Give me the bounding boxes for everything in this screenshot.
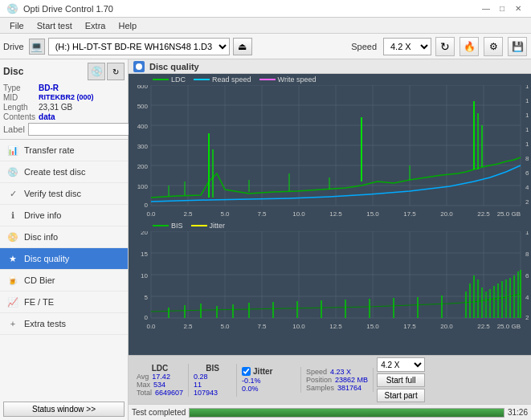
- svg-text:15: 15: [141, 251, 148, 258]
- status-window-btn[interactable]: Status window >>: [3, 402, 125, 417]
- svg-text:600: 600: [137, 85, 149, 90]
- save-button[interactable]: 💾: [508, 37, 527, 56]
- main-area: Disc 💿 ↻ Type BD-R MID RITEKBR2 (000) Le…: [0, 59, 531, 420]
- nav-drive-info[interactable]: ℹ Drive info: [0, 205, 128, 226]
- nav-fe-te[interactable]: 📈 FE / TE: [0, 292, 128, 313]
- nav-disc-quality[interactable]: ★ Disc quality: [0, 248, 128, 270]
- svg-text:10.0: 10.0: [292, 323, 305, 330]
- jitter-avg: -0.1%: [242, 377, 261, 385]
- type-value: BD-R: [39, 84, 125, 92]
- avg-label: Avg: [137, 373, 149, 381]
- speed-row: Speed 4.23 X: [306, 368, 368, 376]
- svg-text:7.5: 7.5: [257, 323, 267, 330]
- contents-label: Contents: [3, 112, 35, 121]
- verify-test-disc-icon: ✓: [6, 187, 19, 200]
- nav-drive-info-label: Drive info: [24, 210, 61, 220]
- maximize-button[interactable]: □: [496, 2, 509, 15]
- samples-row: Samples 381764: [306, 384, 368, 392]
- nav-extra-tests[interactable]: + Extra tests: [0, 313, 128, 335]
- charts-area: LDC Read speed Write speed: [129, 74, 531, 355]
- ldc-legend-color: [153, 79, 169, 80]
- bis-legend: BIS: [153, 222, 183, 230]
- menu-start-test[interactable]: Start test: [31, 19, 79, 32]
- disc-refresh-btn[interactable]: ↻: [107, 63, 125, 80]
- nav-items: 📊 Transfer rate 💿 Create test disc ✓ Ver…: [0, 140, 128, 398]
- svg-text:14X: 14X: [525, 112, 529, 119]
- nav-cd-bier[interactable]: 🍺 CD Bier: [0, 270, 128, 292]
- minimize-button[interactable]: —: [480, 2, 492, 15]
- svg-text:2X: 2X: [525, 198, 529, 206]
- svg-text:2.5: 2.5: [183, 323, 193, 330]
- refresh-button[interactable]: ↻: [435, 37, 455, 56]
- disc-info-icon: 📀: [6, 230, 19, 243]
- svg-text:300: 300: [137, 143, 149, 150]
- jitter-legend: Jitter: [191, 222, 226, 230]
- create-test-disc-icon: 💿: [6, 165, 19, 178]
- svg-text:5.0: 5.0: [220, 210, 230, 218]
- speed-value: 4.23 X: [330, 368, 351, 376]
- svg-text:0.0: 0.0: [146, 210, 156, 218]
- drive-select[interactable]: (H:) HL-DT-ST BD-RE WH16NS48 1.D3: [48, 38, 230, 55]
- dq-title: Disc quality: [149, 62, 199, 71]
- disc-header: Disc 💿 ↻: [3, 63, 125, 80]
- bis-header: BIS: [194, 364, 231, 373]
- settings-button[interactable]: ⚙: [484, 37, 503, 56]
- burn-button[interactable]: 🔥: [460, 37, 479, 56]
- label-input[interactable]: [28, 123, 135, 136]
- start-part-button[interactable]: Start part: [377, 389, 425, 402]
- samples-value: 381764: [337, 384, 361, 392]
- label-row: Label ✎: [3, 123, 125, 136]
- svg-text:5: 5: [145, 294, 149, 301]
- nav-create-test-disc[interactable]: 💿 Create test disc: [0, 161, 128, 183]
- menu-extra[interactable]: Extra: [79, 19, 112, 32]
- svg-text:20.0: 20.0: [440, 323, 453, 330]
- start-full-button[interactable]: Start full: [377, 373, 425, 387]
- write-speed-legend: Write speed: [259, 75, 317, 84]
- close-button[interactable]: ✕: [512, 2, 525, 15]
- speed-dropdown[interactable]: 4.2 X: [377, 357, 425, 372]
- nav-disc-info[interactable]: 📀 Disc info: [0, 226, 128, 248]
- svg-text:25.0 GB: 25.0 GB: [497, 323, 521, 330]
- svg-text:10%: 10%: [525, 231, 529, 236]
- extra-tests-icon: +: [6, 317, 19, 330]
- nav-disc-info-label: Disc info: [24, 232, 58, 242]
- ldc-legend-label: LDC: [171, 75, 186, 84]
- read-speed-legend-label: Read speed: [212, 75, 251, 84]
- svg-text:17.5: 17.5: [403, 323, 416, 330]
- progress-bar-outer: [189, 408, 504, 418]
- drive-selector-group: 💻 (H:) HL-DT-ST BD-RE WH16NS48 1.D3 ⏏: [29, 38, 345, 55]
- eject-button[interactable]: ⏏: [233, 38, 252, 55]
- speed-select[interactable]: 4.2 X: [383, 38, 431, 55]
- bottom-chart-svg: 20 15 10 5 0 10% 8% 6% 4% 2% 0.0 2.5: [129, 231, 529, 332]
- mid-label: MID: [3, 93, 35, 102]
- jitter-max: 0.0%: [242, 385, 259, 393]
- svg-text:18X: 18X: [525, 85, 529, 90]
- nav-transfer-rate[interactable]: 📊 Transfer rate: [0, 140, 128, 161]
- svg-text:8X: 8X: [525, 155, 529, 162]
- bis-total: 107943: [194, 389, 218, 397]
- svg-text:5.0: 5.0: [220, 323, 230, 330]
- svg-text:0.0: 0.0: [146, 323, 156, 330]
- speed-label: Speed: [351, 42, 377, 51]
- menu-file[interactable]: File: [3, 19, 31, 32]
- svg-text:25.0 GB: 25.0 GB: [497, 210, 521, 218]
- drive-label: Drive: [3, 42, 24, 51]
- svg-text:0: 0: [145, 314, 149, 321]
- disc-info-grid: Type BD-R MID RITEKBR2 (000) Length 23,3…: [3, 84, 125, 121]
- svg-text:16X: 16X: [525, 97, 529, 104]
- drive-info-icon: ℹ: [6, 209, 19, 222]
- svg-text:2.5: 2.5: [183, 210, 193, 218]
- disc-icon-btn[interactable]: 💿: [88, 63, 105, 80]
- menu-bar: File Start test Extra Help: [0, 18, 531, 34]
- nav-verify-test-disc[interactable]: ✓ Verify test disc: [0, 183, 128, 205]
- right-panel: Disc quality LDC Read speed: [129, 59, 531, 420]
- ldc-avg-row: Avg 17.42: [137, 373, 183, 381]
- jitter-legend-label: Jitter: [210, 222, 226, 230]
- ldc-total: 6649607: [155, 389, 183, 397]
- ldc-legend: LDC: [153, 75, 186, 84]
- menu-help[interactable]: Help: [112, 19, 143, 32]
- jitter-checkbox[interactable]: [242, 367, 251, 376]
- fe-te-icon: 📈: [6, 296, 19, 308]
- title-bar-controls: — □ ✕: [480, 2, 525, 15]
- read-speed-legend: Read speed: [194, 75, 251, 84]
